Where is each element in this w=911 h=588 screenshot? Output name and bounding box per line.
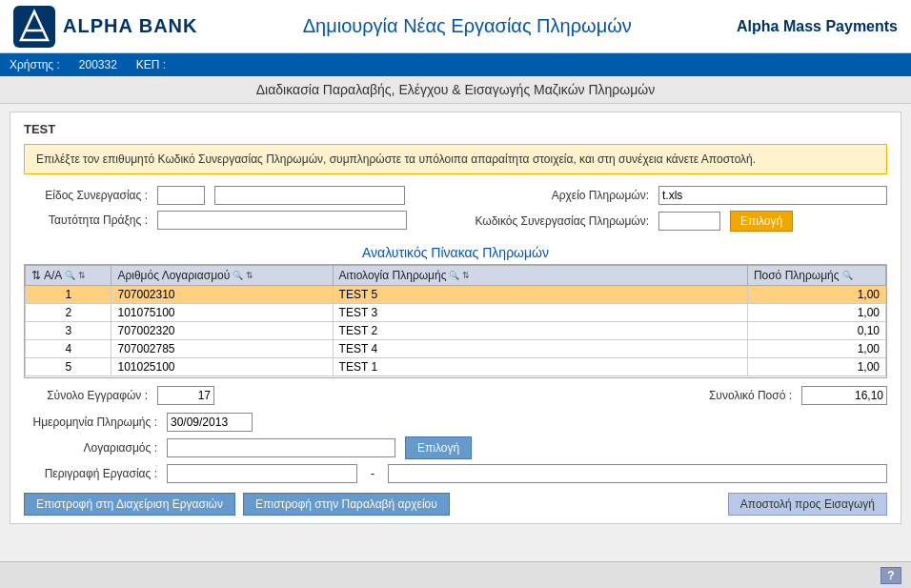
- eidoss-label: Είδος Συνεργασίας :: [24, 189, 148, 202]
- cell-aa: 3: [26, 322, 111, 340]
- date-row: Ημερομηνία Πληρωμής :: [24, 413, 887, 432]
- table-wrapper: ⇅ Α/Α 🔍 ⇅ Αριθμός Λογαριασμού 🔍: [24, 264, 887, 378]
- cell-account: 707002320: [111, 322, 333, 340]
- tautotita-input[interactable]: [157, 211, 407, 230]
- bank-logo: [13, 6, 55, 48]
- arxeio-label: Αρχείο Πληρωμών:: [449, 189, 649, 202]
- cell-aa: 4: [26, 340, 111, 358]
- tautotita-row: Ταυτότητα Πράξης :: [24, 211, 449, 230]
- table-row[interactable]: 3707002320TEST 20,10: [26, 322, 886, 340]
- cell-amount: 1,00: [747, 340, 885, 358]
- table-section: Αναλυτικός Πίνακας Πληρωμών ⇅ Α/Α 🔍 ⇅: [24, 245, 887, 378]
- table-header-row: ⇅ Α/Α 🔍 ⇅ Αριθμός Λογαριασμού 🔍: [26, 266, 886, 286]
- cell-aa: 1: [26, 286, 111, 304]
- date-label: Ημερομηνία Πληρωμής :: [24, 416, 157, 429]
- user-value: 200332: [79, 58, 117, 71]
- cell-description: TEST 4: [333, 340, 747, 358]
- form-fields: Είδος Συνεργασίας : Ταυτότητα Πράξης : Α…: [24, 186, 887, 237]
- kwdikos-label: Κωδικός Συνεργασίας Πληρωμών:: [449, 214, 649, 228]
- warning-text: Επιλέξτε τον επιθυμητό Κωδικό Συνεργασία…: [36, 152, 756, 166]
- header: ALPHA BANK Δημιουργία Νέας Εργασίας Πληρ…: [0, 0, 911, 53]
- bottom-form: Ημερομηνία Πληρωμής : Λογαριασμός : Επιλ…: [24, 413, 887, 483]
- synolo-input[interactable]: [157, 386, 214, 405]
- cell-amount: 0,10: [747, 322, 885, 340]
- filter-icon-desc[interactable]: 🔍: [449, 271, 459, 280]
- epistrofi-paralavi-button[interactable]: Επιστροφή στην Παραλαβή αρχείου: [243, 493, 450, 516]
- header-app-name: Alpha Mass Payments: [737, 18, 898, 35]
- arxeio-input[interactable]: [658, 186, 887, 205]
- warning-box: Επιλέξτε τον επιθυμητό Κωδικό Συνεργασία…: [24, 144, 887, 174]
- filter-icon-aa[interactable]: 🔍: [65, 271, 75, 280]
- eidoss-input-medium[interactable]: [214, 186, 405, 205]
- table-scroll[interactable]: ⇅ Α/Α 🔍 ⇅ Αριθμός Λογαριασμού 🔍: [24, 264, 887, 378]
- arxeio-row: Αρχείο Πληρωμών:: [449, 186, 887, 205]
- table-title: Αναλυτικός Πίνακας Πληρωμών: [24, 245, 887, 260]
- kep-label: ΚΕΠ :: [136, 58, 166, 71]
- cell-account: 707002310: [111, 286, 333, 304]
- cell-amount: 1,00: [747, 304, 885, 322]
- table-row[interactable]: 4707002785TEST 41,00: [26, 340, 886, 358]
- table-row[interactable]: 5101025100TEST 11,00: [26, 358, 886, 376]
- table-row[interactable]: 1707002310TEST 51,00: [26, 286, 886, 304]
- header-title: Δημιουργία Νέας Εργασίας Πληρωμών: [197, 15, 737, 37]
- cell-account: 707002785: [111, 340, 333, 358]
- userbar: Χρήστης : 200332 ΚΕΠ :: [0, 53, 911, 76]
- account-epilogi-button[interactable]: Επιλογή: [405, 436, 472, 459]
- cell-aa: 5: [26, 358, 111, 376]
- account-row: Λογαριασμός : Επιλογή: [24, 436, 887, 459]
- bank-name: ALPHA BANK: [63, 15, 197, 37]
- cell-description: TEST 2: [333, 322, 747, 340]
- synoliko-label: Συνολικό Ποσό :: [668, 389, 792, 402]
- col-header-aa: ⇅ Α/Α 🔍 ⇅: [26, 266, 111, 286]
- cell-description: TEST 3: [333, 304, 747, 322]
- filter-icon-account[interactable]: 🔍: [233, 271, 243, 280]
- cell-description: TEST 1: [333, 358, 747, 376]
- col-header-amount: Ποσό Πληρωμής 🔍: [747, 266, 885, 286]
- perigrafi-input-2[interactable]: [388, 464, 887, 483]
- kwdikos-epilogi-button[interactable]: Επιλογή: [730, 211, 793, 232]
- totals-right: Συνολικό Ποσό :: [668, 386, 887, 405]
- apostoli-button[interactable]: Αποστολή προς Εισαγωγή: [728, 493, 887, 516]
- table-row[interactable]: 2101075100TEST 31,00: [26, 304, 886, 322]
- page-title-bar: Διαδικασία Παραλαβής, Ελέγχου & Εισαγωγή…: [0, 76, 911, 104]
- account-input[interactable]: [167, 438, 395, 457]
- cell-account: 101025100: [111, 358, 333, 376]
- payments-table: ⇅ Α/Α 🔍 ⇅ Αριθμός Λογαριασμού 🔍: [25, 265, 886, 376]
- page-title: Διαδικασία Παραλαβής, Ελέγχου & Εισαγωγή…: [256, 82, 656, 97]
- kwdikos-row: Κωδικός Συνεργασίας Πληρωμών: Επιλογή: [449, 211, 887, 232]
- help-button[interactable]: ?: [881, 567, 901, 584]
- eidoss-input-small[interactable]: [157, 186, 205, 205]
- section-title: TEST: [24, 122, 887, 136]
- cell-description: TEST 5: [333, 286, 747, 304]
- tautotita-label: Ταυτότητα Πράξης :: [24, 213, 148, 227]
- col-header-desc: Αιτιολογία Πληρωμής 🔍 ⇅: [333, 266, 747, 286]
- perigrafi-input-1[interactable]: [167, 464, 357, 483]
- cell-amount: 1,00: [747, 286, 885, 304]
- action-buttons: Επιστροφή στη Διαχείριση Εργασιών Επιστρ…: [24, 493, 887, 516]
- date-input[interactable]: [167, 413, 253, 432]
- cell-aa: 2: [26, 304, 111, 322]
- filter-icon-amount[interactable]: 🔍: [842, 271, 853, 280]
- cell-amount: 1,00: [747, 358, 885, 376]
- logo-area: ALPHA BANK: [13, 6, 197, 48]
- user-label: Χρήστης :: [10, 58, 60, 71]
- footer: ?: [0, 561, 911, 588]
- col-header-account: Αριθμός Λογαριασμού 🔍 ⇅: [111, 266, 333, 286]
- table-body: 1707002310TEST 51,002101075100TEST 31,00…: [26, 286, 886, 376]
- cell-account: 101075100: [111, 304, 333, 322]
- kwdikos-input[interactable]: [658, 212, 720, 231]
- synolo-label: Σύνολο Εγγραφών :: [24, 389, 148, 402]
- epistrofi-diax-button[interactable]: Επιστροφή στη Διαχείριση Εργασιών: [24, 493, 235, 516]
- perigrafi-row: Περιγραφή Εργασίας : -: [24, 464, 887, 483]
- form-right: Αρχείο Πληρωμών: Κωδικός Συνεργασίας Πλη…: [449, 186, 887, 237]
- action-right: Αποστολή προς Εισαγωγή: [728, 493, 887, 516]
- totals-row: Σύνολο Εγγραφών : Συνολικό Ποσό :: [24, 386, 887, 405]
- account-label: Λογαριασμός :: [24, 441, 157, 455]
- perigrafi-separator: -: [367, 467, 378, 480]
- main-content: TEST Επιλέξτε τον επιθυμητό Κωδικό Συνερ…: [10, 112, 901, 524]
- eidoss-row: Είδος Συνεργασίας :: [24, 186, 449, 205]
- perigrafi-label: Περιγραφή Εργασίας :: [24, 467, 157, 480]
- synoliko-input[interactable]: [801, 386, 887, 405]
- form-left: Είδος Συνεργασίας : Ταυτότητα Πράξης :: [24, 186, 449, 237]
